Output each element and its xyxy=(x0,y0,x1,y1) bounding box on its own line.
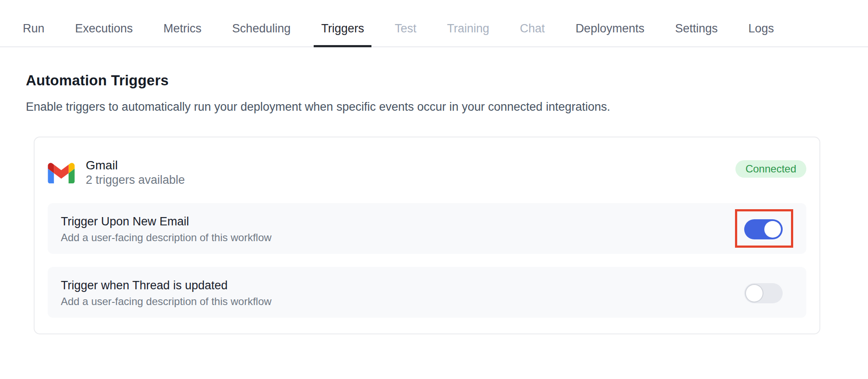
tab-training[interactable]: Training xyxy=(440,21,497,46)
trigger-toggle-thread-updated[interactable] xyxy=(744,283,783,303)
gmail-icon xyxy=(48,163,75,183)
trigger-title: Trigger Upon New Email xyxy=(61,214,272,228)
tab-bar: Run Executions Metrics Scheduling Trigge… xyxy=(0,0,868,47)
trigger-description: Add a user-facing description of this wo… xyxy=(61,231,272,244)
tab-metrics[interactable]: Metrics xyxy=(156,21,209,46)
toggle-knob xyxy=(764,221,781,238)
triggers-page: Automation Triggers Enable triggers to a… xyxy=(0,72,868,334)
integration-card-gmail: Gmail 2 triggers available Connected Tri… xyxy=(34,137,820,334)
trigger-row-new-email: Trigger Upon New Email Add a user-facing… xyxy=(48,203,806,254)
tab-logs[interactable]: Logs xyxy=(741,21,782,46)
integration-name: Gmail xyxy=(86,158,185,172)
trigger-toggle-new-email[interactable] xyxy=(744,219,783,239)
trigger-title: Trigger when Thread is updated xyxy=(61,278,272,292)
tab-run[interactable]: Run xyxy=(15,21,52,46)
connected-status-badge: Connected xyxy=(735,160,806,178)
tab-settings[interactable]: Settings xyxy=(668,21,725,46)
trigger-row-thread-updated: Trigger when Thread is updated Add a use… xyxy=(48,267,806,318)
page-description: Enable triggers to automatically run you… xyxy=(26,99,830,115)
toggle-wrap xyxy=(744,219,783,239)
tab-executions[interactable]: Executions xyxy=(68,21,140,46)
trigger-texts: Trigger Upon New Email Add a user-facing… xyxy=(61,214,272,244)
page-title: Automation Triggers xyxy=(26,72,830,89)
trigger-texts: Trigger when Thread is updated Add a use… xyxy=(61,278,272,308)
trigger-description: Add a user-facing description of this wo… xyxy=(61,295,272,308)
tab-triggers[interactable]: Triggers xyxy=(314,21,371,46)
tab-chat[interactable]: Chat xyxy=(512,21,552,46)
toggle-wrap xyxy=(744,283,783,303)
tab-test[interactable]: Test xyxy=(387,21,424,46)
integration-titles: Gmail 2 triggers available xyxy=(86,158,185,187)
integration-subtitle: 2 triggers available xyxy=(86,172,185,187)
integration-header: Gmail 2 triggers available Connected xyxy=(48,158,806,187)
tab-deployments[interactable]: Deployments xyxy=(568,21,652,46)
tab-scheduling[interactable]: Scheduling xyxy=(225,21,298,46)
toggle-knob xyxy=(746,285,763,302)
